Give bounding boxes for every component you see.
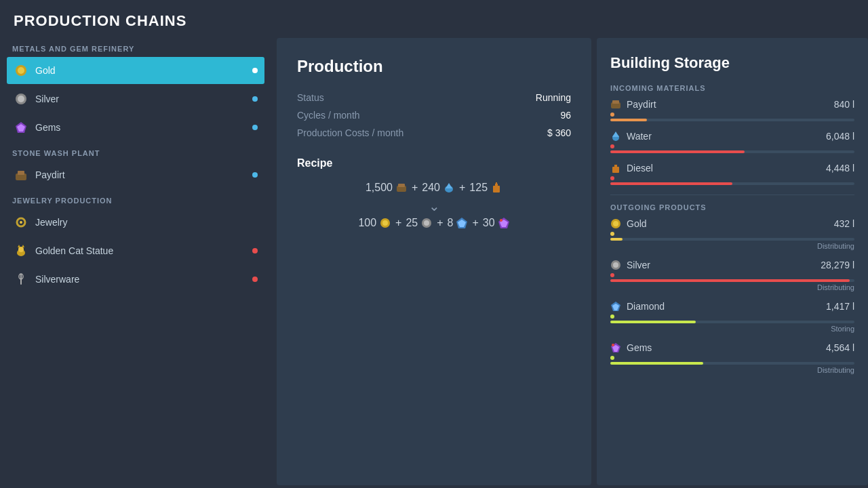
silver-status: Distributing: [610, 283, 854, 291]
diamond-status: Storing: [610, 325, 854, 333]
ingredient-diesel: 125: [469, 182, 502, 194]
svg-rect-17: [398, 184, 405, 187]
silver-dot: [252, 96, 258, 102]
svg-rect-22: [496, 182, 497, 184]
storage-water: Water 6,048 l: [610, 131, 854, 153]
silverware-icon: [14, 272, 28, 287]
gold-output-amount: 100: [358, 217, 376, 229]
jewelry-icon: [14, 215, 28, 230]
svg-rect-36: [612, 167, 619, 173]
recipe-inputs: 1,500 + 240 + 125: [297, 182, 571, 194]
svg-point-9: [20, 221, 22, 224]
svg-point-3: [18, 96, 24, 102]
storage-paydirt: Paydirt 840 l: [610, 99, 854, 121]
water-amount: 6,048 l: [826, 131, 854, 142]
silver-output-amount: 25: [406, 217, 418, 229]
cycles-label: Cycles / month: [297, 110, 360, 121]
paydirt-amount: 1,500: [366, 182, 393, 194]
paydirt-dot: [252, 172, 258, 178]
cycles-value: 96: [560, 110, 571, 121]
section-header-stone: STONE WASH PLANT: [7, 142, 264, 161]
sidebar-item-paydirt[interactable]: Paydirt: [7, 161, 264, 188]
gems-output-amount: 30: [483, 217, 495, 229]
svg-point-24: [382, 220, 388, 226]
section-header-metals: METALS AND GEM REFINERY: [7, 38, 264, 57]
left-panel: METALS AND GEM REFINERY Gold Silver Gems…: [0, 38, 271, 485]
jewelry-label: Jewelry: [35, 217, 258, 228]
svg-rect-37: [614, 165, 617, 167]
ingredient-paydirt: 1,500: [366, 182, 408, 194]
status-value: Running: [536, 92, 571, 103]
production-title: Production: [297, 57, 571, 76]
silver-storage-amount: 28,279 l: [821, 260, 854, 270]
recipe-section: Recipe 1,500 + 240 + 125 ⌄: [297, 157, 571, 229]
svg-rect-20: [493, 186, 500, 192]
output-silver: 25: [406, 217, 433, 229]
recipe-title: Recipe: [297, 157, 571, 169]
storage-diamond: Diamond 1,417 l Storing: [610, 301, 854, 333]
ingredient-water: 240: [422, 182, 455, 194]
gold-status: Distributing: [610, 242, 854, 250]
output-gold: 100: [358, 217, 391, 229]
gold-icon: [14, 63, 28, 78]
storage-silver: Silver 28,279 l Distributing: [610, 260, 854, 291]
output-gems: 30: [483, 217, 510, 229]
golden-cat-dot: [252, 248, 258, 253]
svg-marker-13: [22, 245, 24, 247]
water-name: Water: [610, 131, 652, 142]
svg-point-26: [424, 220, 429, 226]
golden-cat-label: Golden Cat Statue: [35, 245, 252, 256]
page-title: PRODUCTION CHAINS: [0, 0, 868, 38]
sidebar-item-jewelry[interactable]: Jewelry: [7, 209, 264, 236]
sidebar-item-gold[interactable]: Gold: [7, 57, 264, 84]
gems-dot: [252, 125, 258, 130]
storage-gems: Gems 4,564 l Distributing: [610, 342, 854, 374]
gems-storage-amount: 4,564 l: [826, 342, 854, 353]
right-panel: Building Storage INCOMING MATERIALS Payd…: [597, 38, 868, 485]
paydirt-label: Paydirt: [35, 169, 252, 180]
gold-storage-name: Gold: [610, 218, 647, 229]
diamond-storage-amount: 1,417 l: [826, 301, 854, 312]
storage-diesel: Diesel 4,448 l: [610, 163, 854, 185]
gems-label: Gems: [35, 122, 252, 133]
svg-marker-35: [612, 131, 619, 137]
status-label: Status: [297, 92, 324, 103]
silver-icon: [14, 92, 28, 106]
costs-value: $ 360: [547, 127, 571, 138]
storage-gold: Gold 432 l Distributing: [610, 218, 854, 250]
svg-point-1: [18, 67, 24, 74]
gems-icon: [14, 120, 28, 135]
incoming-header: INCOMING MATERIALS: [610, 84, 854, 92]
silver-label: Silver: [35, 94, 252, 104]
diesel-name: Diesel: [610, 163, 653, 174]
svg-marker-12: [18, 245, 20, 247]
section-header-jewelry: JEWELRY PRODUCTION: [7, 190, 264, 209]
svg-point-11: [18, 247, 24, 252]
recipe-outputs: 100 + 25 + 8 + 30: [297, 217, 571, 229]
svg-point-41: [613, 262, 618, 268]
gold-label: Gold: [35, 65, 252, 76]
gems-status: Distributing: [610, 366, 854, 374]
diesel-amount: 4,448 l: [826, 163, 854, 174]
sidebar-item-golden-cat[interactable]: Golden Cat Statue: [7, 237, 264, 264]
silverware-dot: [252, 277, 258, 282]
svg-point-31: [500, 219, 502, 222]
diamond-output-amount: 8: [448, 217, 454, 229]
sidebar-item-silverware[interactable]: Silverware: [7, 266, 264, 293]
recipe-arrow: ⌄: [297, 198, 571, 214]
svg-rect-7: [18, 171, 24, 175]
sidebar-item-gems[interactable]: Gems: [7, 114, 264, 141]
golden-cat-icon: [14, 243, 28, 258]
silver-storage-name: Silver: [610, 260, 650, 270]
paydirt-amount: 840 l: [834, 99, 854, 110]
sidebar-item-silver[interactable]: Silver: [7, 85, 264, 113]
paydirt-icon: [14, 167, 28, 182]
gold-storage-amount: 432 l: [834, 218, 854, 229]
silverware-label: Silverware: [35, 274, 252, 285]
middle-panel: Production Status Running Cycles / month…: [277, 38, 591, 485]
svg-point-39: [613, 221, 618, 226]
output-diamond: 8: [448, 217, 469, 229]
diamond-storage-name: Diamond: [610, 301, 665, 312]
water-amount: 240: [422, 182, 440, 194]
svg-rect-33: [612, 100, 619, 104]
